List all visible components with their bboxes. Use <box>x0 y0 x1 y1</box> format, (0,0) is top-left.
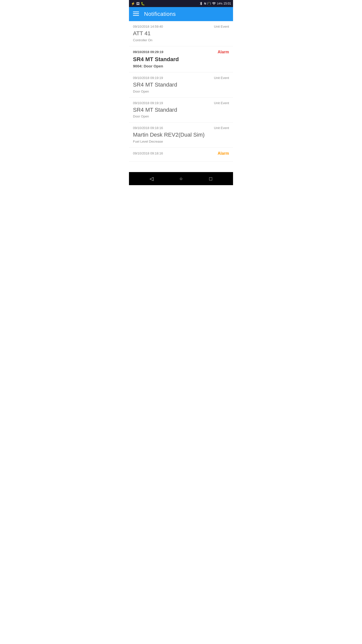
notification-event: Door Open <box>133 114 229 118</box>
bottom-nav: ◁ ○ □ <box>129 172 233 185</box>
notification-item[interactable]: 09/10/2018 09:19:19Unit EventSR4 MT Stan… <box>129 72 233 98</box>
notification-event: Fuel Level Decrease <box>133 140 229 143</box>
notification-timestamp: 09/10/2018 14:59:40 <box>133 25 163 28</box>
notification-list: 09/10/2018 14:59:40Unit EventATT 41Contr… <box>129 21 233 172</box>
notification-unit: SR4 MT Standard <box>133 81 229 89</box>
notification-timestamp: 09/10/2018 09:18:16 <box>133 126 163 130</box>
notification-item[interactable]: 09/10/2018 09:18:16Unit EventMartin Desk… <box>129 123 233 148</box>
app-header: Notifications <box>129 7 233 21</box>
back-button[interactable]: ◁ <box>146 174 156 184</box>
notification-type: Unit Event <box>214 76 229 80</box>
notification-item[interactable]: 09/10/2018 14:59:40Unit EventATT 41Contr… <box>129 21 233 46</box>
notification-unit: SR4 MT Standard <box>133 106 229 114</box>
notification-type: Unit Event <box>214 25 229 28</box>
notification-timestamp: 09/10/2018 09:19:19 <box>133 101 163 105</box>
notification-item-header: 09/10/2018 09:29:19Alarm <box>133 50 229 54</box>
notification-unit: Martin Desk REV2(Dual Sim) <box>133 131 229 139</box>
debug-icon: 🐛 <box>141 2 145 6</box>
notification-unit: SR4 MT Standard <box>133 56 229 63</box>
svg-rect-0 <box>133 12 139 12</box>
notification-timestamp: 09/10/2018 09:18:16 <box>133 151 163 155</box>
notification-item-header: 09/10/2018 09:19:19Unit Event <box>133 76 229 80</box>
notification-type: Unit Event <box>214 126 229 130</box>
notification-timestamp: 09/10/2018 09:19:19 <box>133 76 163 80</box>
notification-item[interactable]: 09/10/2018 09:19:19Unit EventSR4 MT Stan… <box>129 98 233 123</box>
usb-icon: ⚡ <box>131 2 135 6</box>
notification-item[interactable]: 09/10/2018 09:29:19AlarmSR4 MT Standard9… <box>129 46 233 73</box>
time-display: 15:01 <box>223 2 231 5</box>
notification-item-header: 09/10/2018 14:59:40Unit Event <box>133 25 229 28</box>
notification-event: 9004: Door Open <box>133 64 229 68</box>
nfc-icon: N <box>204 2 206 5</box>
battery-icon: 14% <box>217 2 222 5</box>
status-bar: ⚡ 🖼 🐛 N 📳 14% 15:01 <box>129 0 233 7</box>
svg-rect-1 <box>133 13 139 14</box>
notification-event: Door Open <box>133 90 229 93</box>
vibrate-icon: 📳 <box>207 2 211 5</box>
notification-type: Alarm <box>218 151 229 156</box>
page-title: Notifications <box>144 11 176 17</box>
image-icon: 🖼 <box>136 2 140 6</box>
menu-icon[interactable] <box>133 11 139 18</box>
home-button[interactable]: ○ <box>176 174 186 184</box>
notification-type: Unit Event <box>214 101 229 105</box>
notification-item-header: 09/10/2018 09:18:16Unit Event <box>133 126 229 130</box>
notification-event: Controller On <box>133 38 229 42</box>
recents-button[interactable]: □ <box>206 174 216 184</box>
bluetooth-icon <box>199 2 203 6</box>
notification-item[interactable]: 09/10/2018 09:18:16Alarm <box>129 148 233 162</box>
notification-item-header: 09/10/2018 09:18:16Alarm <box>133 151 229 156</box>
notification-timestamp: 09/10/2018 09:29:19 <box>133 50 163 54</box>
notification-item-header: 09/10/2018 09:19:19Unit Event <box>133 101 229 105</box>
notification-unit: ATT 41 <box>133 30 229 37</box>
status-bar-right: N 📳 14% 15:01 <box>199 2 231 6</box>
status-bar-left: ⚡ 🖼 🐛 <box>131 2 145 6</box>
notification-type: Alarm <box>218 50 229 54</box>
svg-rect-2 <box>133 15 139 16</box>
wifi-icon <box>212 2 216 6</box>
